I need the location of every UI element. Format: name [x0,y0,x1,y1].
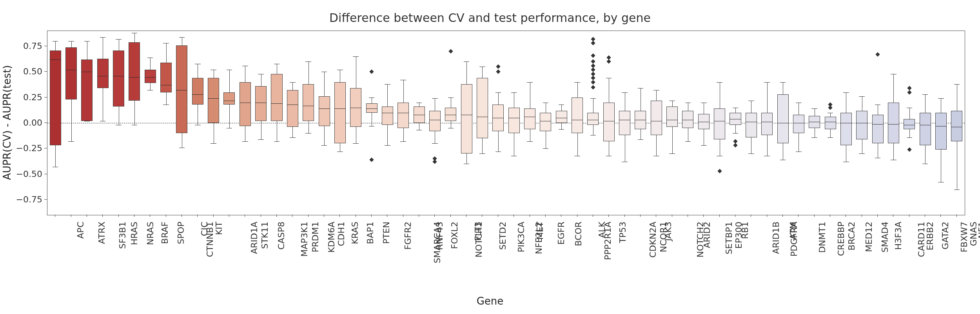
whisker-cap [305,133,311,134]
x-tick-label: MAP3K1 [299,222,309,257]
whisker-cap [780,160,786,160]
whisker-cap [859,153,865,154]
y-tick-mark [44,148,47,148]
whisker-cap [559,129,564,130]
y-tick-mark [44,123,47,123]
x-tick-mark [71,215,71,217]
box [397,103,409,128]
box [287,90,298,127]
median-line [540,121,551,121]
x-tick-mark [751,215,751,217]
box [904,119,915,129]
outlier-point [448,49,453,54]
x-tick-mark [735,215,735,217]
whisker-cap [495,92,501,93]
outlier-point [591,72,595,76]
box [920,113,931,146]
whisker-cap [290,82,296,83]
whisker-cap [574,82,580,83]
x-tick-mark [545,215,546,217]
box [872,115,884,143]
x-tick-label: KDM6A [327,222,337,253]
whisker-cap [290,137,296,138]
whisker-cap [479,153,485,154]
whisker-cap [527,141,533,142]
whisker-cap [543,148,549,149]
box [223,92,235,105]
whisker-cap [274,64,280,64]
whisker-cap [606,156,612,156]
x-tick-mark [102,215,103,217]
median-line [208,98,219,99]
x-tick-mark [530,215,530,217]
whisker-cap [84,41,90,42]
x-tick-mark [893,215,893,217]
whisker-cap [590,135,596,135]
whisker-cap [559,105,564,105]
median-line [350,108,361,108]
median-line [160,85,172,85]
x-tick-mark [87,215,87,217]
whisker-cap [432,143,438,144]
median-line [809,122,820,122]
whisker-cap [227,70,232,70]
median-line [651,121,662,121]
whisker-cap [954,189,960,190]
outlier-point [591,76,595,80]
whisker-cap [116,39,122,40]
y-tick-label: 0.75 [23,41,42,51]
x-tick-mark [798,215,799,217]
whisker-cap [764,82,770,83]
outlier-point [907,90,911,94]
median-line [255,103,267,103]
box [825,117,836,129]
box [524,108,535,129]
x-tick-mark [925,215,925,217]
x-tick-mark [561,215,561,217]
box [50,51,61,146]
whisker-cap [432,98,438,99]
x-tick-mark [940,215,941,217]
whisker-cap [843,92,849,93]
x-tick-mark [830,215,830,217]
x-tick-mark [134,215,134,217]
median-line [746,122,757,122]
whisker-cap [385,145,390,146]
whisker-cap [717,156,722,156]
whisker-cap [337,152,343,152]
median-line [334,108,346,109]
y-tick-label: 0.00 [23,118,42,128]
whisker-cap [353,56,359,57]
median-line [223,101,235,101]
whisker-cap [622,162,628,162]
median-line [920,125,931,125]
median-line [572,120,583,120]
whisker-cap [748,101,754,101]
box [556,111,567,123]
x-tick-label: CREBBP [836,222,846,256]
median-line [587,120,599,120]
median-line [714,121,725,121]
x-tick-label: GATA2 [940,222,950,249]
whisker-cap [163,105,169,105]
x-tick-mark [672,215,672,217]
median-line [192,94,203,95]
whisker-cap [907,137,913,138]
x-tick-mark [339,215,340,217]
outlier-point [369,157,374,162]
x-tick-label: CDH1 [336,222,346,246]
whisker-cap [780,82,786,83]
whisker-cap [828,113,833,113]
whisker-cap [448,97,454,98]
x-tick-label: CDKN2A [648,222,658,258]
x-tick-mark [593,215,593,217]
whisker-cap [669,153,675,154]
whisker-cap [733,108,739,108]
outlier-point [907,147,911,152]
median-line [129,77,140,78]
x-tick-mark [482,215,482,217]
whisker-cap [258,139,264,140]
whisker-cap [116,125,122,125]
whisker-cap [53,167,58,167]
x-tick-label: ARID1B [771,222,781,254]
